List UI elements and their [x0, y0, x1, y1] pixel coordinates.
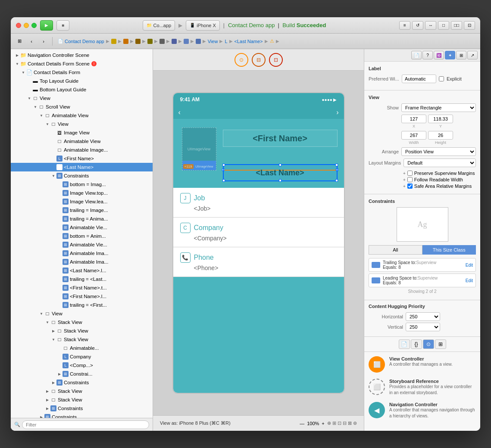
x-input[interactable]: [401, 115, 426, 123]
layout-btn-2[interactable]: ↺: [412, 21, 423, 30]
inspector-tab-identity[interactable]: 🆔: [434, 51, 444, 59]
minimize-button[interactable]: [24, 23, 29, 28]
toggle-icon[interactable]: ▼: [50, 336, 56, 342]
ins-tab-code[interactable]: {}: [411, 339, 422, 349]
tree-item-last-name[interactable]: L <Last Name>: [11, 163, 153, 171]
tree-item-constrai2[interactable]: ▶ ⊞ Constrai...: [11, 370, 153, 378]
tree-item-c6[interactable]: ⊞ Animatable Vie...: [11, 223, 153, 232]
forward-arrow[interactable]: ›: [336, 109, 338, 116]
toggle-icon[interactable]: ▼: [26, 95, 32, 101]
tree-item-c8[interactable]: ⊞ Animatable Vie...: [11, 240, 153, 249]
vertical-select[interactable]: 250: [406, 323, 440, 331]
tree-item-constraints3[interactable]: ▶ ⊞ Constraints: [11, 413, 153, 418]
tree-item-constraints2[interactable]: ▶ ⊞ Constraints: [11, 404, 153, 413]
tree-item-anim-image[interactable]: □ Animatable Image...: [11, 146, 153, 154]
safe-area-checkbox[interactable]: [407, 184, 413, 189]
preferred-width-input[interactable]: [402, 75, 436, 83]
tree-item-c9[interactable]: ⊞ Animatable Ima...: [11, 249, 153, 258]
maximize-button[interactable]: [31, 23, 37, 28]
tree-item-c4[interactable]: ⊞ trailing = Image...: [11, 206, 153, 215]
tab-all[interactable]: All: [369, 245, 422, 255]
back-icon[interactable]: ‹: [26, 36, 37, 47]
tree-item-animatable3[interactable]: □ Animatable...: [11, 344, 153, 352]
ins-tab-doc[interactable]: 📄: [399, 339, 410, 349]
layout-btn-3[interactable]: ↔: [425, 21, 436, 30]
tree-item-animatable-view[interactable]: ▼ □ Animatable View: [11, 111, 153, 120]
toggle-icon[interactable]: ▼: [44, 319, 50, 325]
app-name-btn[interactable]: 📁 Co...app: [143, 20, 175, 31]
toggle-icon[interactable]: ▼: [20, 69, 26, 75]
layout-btn-4[interactable]: □: [438, 21, 449, 30]
height-input[interactable]: [428, 131, 453, 140]
tree-item-stack-view3[interactable]: ▼ □ Stack View: [11, 335, 153, 344]
breadcrumb-l[interactable]: L: [225, 39, 227, 44]
ins-tab-obj[interactable]: ⊙: [423, 339, 434, 349]
tree-item-view[interactable]: ▼ □ View: [11, 94, 153, 103]
zoom-plus[interactable]: +: [322, 421, 324, 426]
tree-item-image-view[interactable]: 🖼 Image View: [11, 128, 153, 137]
tree-item-c12[interactable]: ⊞ trailing = <Last...: [11, 275, 153, 283]
follow-checkbox[interactable]: [407, 177, 413, 182]
canvas-tool-3[interactable]: ⊡: [269, 53, 283, 67]
tree-item-c1[interactable]: ⊞ bottom = Imag...: [11, 180, 153, 189]
back-arrow[interactable]: ‹: [178, 109, 181, 116]
explicit-checkbox[interactable]: [439, 76, 444, 81]
inspector-tab-quick-help[interactable]: ?: [422, 51, 433, 59]
toggle-icon[interactable]: ▼: [50, 173, 56, 179]
stop-button[interactable]: ■: [56, 20, 69, 31]
preserve-checkbox[interactable]: [407, 171, 413, 176]
tree-item-company-l[interactable]: L Company: [11, 352, 153, 361]
ins-tab-media[interactable]: ⊞: [435, 339, 446, 349]
last-name-field[interactable]: <Last Name>: [223, 164, 338, 181]
toggle-icon[interactable]: ▼: [38, 311, 44, 317]
horizontal-select[interactable]: 250: [406, 312, 440, 321]
toggle-icon[interactable]: ▶: [44, 405, 50, 411]
tree-item-view3[interactable]: ▼ □ View: [11, 309, 153, 318]
tree-item-company-v[interactable]: L <Comp...>: [11, 361, 153, 370]
inspector-tab-connections[interactable]: ↗: [467, 51, 478, 59]
tree-item-c10[interactable]: ⊞ Animatable Ima...: [11, 258, 153, 266]
tree-item-constraints[interactable]: ▼ ⊞ Constraints: [11, 171, 153, 180]
tree-item-stack-view5[interactable]: ▶ □ Stack View: [11, 395, 153, 404]
tree-item-c2[interactable]: ⊞ Image View.top...: [11, 189, 153, 197]
width-input[interactable]: [401, 131, 426, 140]
toggle-icon[interactable]: ▶: [56, 371, 63, 377]
show-select[interactable]: Frame Rectangle: [401, 103, 476, 112]
forward-icon[interactable]: ›: [38, 36, 49, 47]
toggle-icon[interactable]: ▶: [38, 414, 44, 418]
tree-item-contact-form[interactable]: ▼ 📄 Contact Details Form: [11, 68, 153, 77]
canvas-tool-1[interactable]: ⊙: [235, 53, 248, 67]
toggle-icon[interactable]: ▼: [44, 121, 50, 127]
tree-item-c14[interactable]: ⊞ <First Name>.l...: [11, 292, 153, 301]
grid-icon[interactable]: ⊞: [14, 36, 25, 47]
layout-btn-6[interactable]: ⊡: [464, 21, 475, 30]
tree-item-c3[interactable]: ⊞ Image View.lea...: [11, 197, 153, 206]
breadcrumb-last-name[interactable]: <Last Name>: [235, 39, 263, 44]
leading-edit-btn[interactable]: Edit: [466, 278, 473, 283]
tree-item-first-name[interactable]: L <First Name>: [11, 154, 153, 163]
toggle-icon[interactable]: ▼: [38, 112, 44, 118]
first-name-field[interactable]: <First Name>: [223, 130, 338, 147]
breadcrumb-item-1[interactable]: Contact Demo app: [65, 39, 104, 44]
breadcrumb-view[interactable]: View: [208, 39, 218, 44]
tree-item-scroll-view[interactable]: ▼ □ Scroll View: [11, 103, 153, 111]
tree-item-top-layout[interactable]: ▬ Top Layout Guide: [11, 77, 153, 85]
trailing-edit-btn[interactable]: Edit: [466, 263, 473, 268]
canvas-tool-2[interactable]: ⊟: [252, 53, 266, 67]
tree-item-c7[interactable]: ⊞ bottom = Anim...: [11, 232, 153, 240]
layout-margins-select[interactable]: Default: [403, 159, 476, 167]
tree-item-bottom-layout[interactable]: ▬ Bottom Layout Guide: [11, 85, 153, 94]
arrange-select[interactable]: Position View: [401, 147, 476, 156]
filter-input[interactable]: [22, 420, 149, 429]
close-button[interactable]: [16, 23, 21, 28]
tree-item-c11[interactable]: ⊞ <Last Name>.l...: [11, 266, 153, 275]
tab-size-class[interactable]: This Size Class: [422, 245, 476, 255]
toggle-icon[interactable]: ▶: [50, 380, 56, 386]
tree-item-c15[interactable]: ⊞ trailing = <First...: [11, 301, 153, 309]
toggle-icon[interactable]: ▼: [32, 104, 38, 110]
tree-item-constrai3[interactable]: ▶ ⊞ Constraints: [11, 378, 153, 387]
tree-item-stack-view2[interactable]: ▶ □ Stack View: [11, 327, 153, 335]
layout-btn-1[interactable]: ≡: [399, 21, 410, 30]
tree-item-nav-controller[interactable]: ▶ 📁 Navigation Controller Scene: [11, 51, 153, 59]
tree-item-anim-view2[interactable]: □ Animatable View: [11, 137, 153, 146]
